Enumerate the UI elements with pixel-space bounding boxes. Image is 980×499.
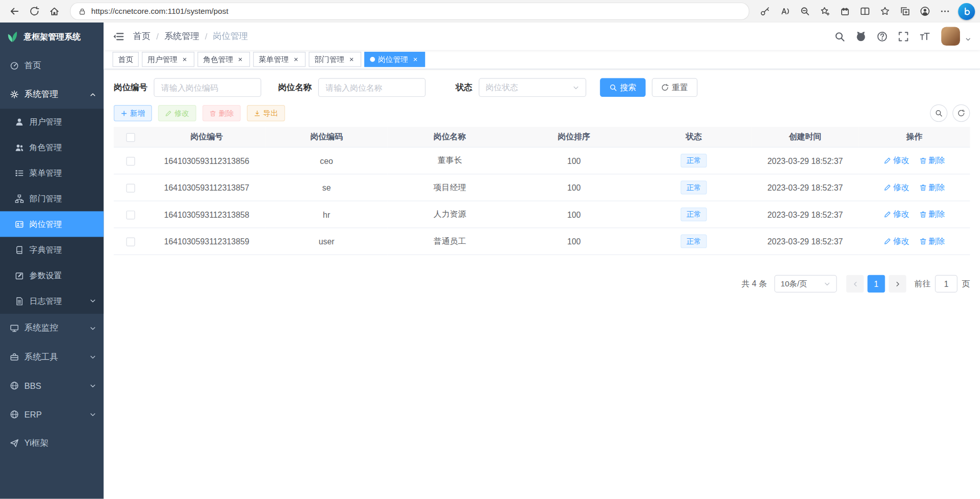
browser-menu-button[interactable] xyxy=(935,3,954,20)
tab-close-icon[interactable]: × xyxy=(236,55,244,64)
browser-toolbar: https://ccnetcore.com:1101/system/post xyxy=(0,0,980,23)
back-button[interactable] xyxy=(5,3,24,20)
collections-icon xyxy=(900,6,910,16)
row-delete-button[interactable]: 删除 xyxy=(919,182,945,193)
bing-copilot-button[interactable] xyxy=(958,3,975,19)
sidebar-item-label: 部门管理 xyxy=(29,193,61,204)
tab-users[interactable]: 用户管理 × xyxy=(142,52,194,67)
row-delete-button[interactable]: 删除 xyxy=(919,236,945,247)
row-checkbox[interactable] xyxy=(127,211,135,219)
status-badge: 正常 xyxy=(681,154,707,168)
tab-menus[interactable]: 菜单管理 × xyxy=(253,52,305,67)
export-button[interactable]: 导出 xyxy=(247,105,285,121)
help-button[interactable] xyxy=(874,28,890,45)
sidebar-item-monitor[interactable]: 系统监控 xyxy=(0,314,104,342)
sidebar-item-users[interactable]: 用户管理 xyxy=(0,109,104,134)
favorites-button[interactable] xyxy=(875,3,894,20)
refresh-table-button[interactable] xyxy=(952,105,970,122)
read-aloud-icon xyxy=(780,6,790,16)
home-button[interactable] xyxy=(45,3,64,20)
row-edit-button[interactable]: 修改 xyxy=(884,155,909,167)
post-name-input[interactable] xyxy=(318,78,426,97)
sidebar-item-departments[interactable]: 部门管理 xyxy=(0,185,104,211)
sidebar-item-system[interactable]: 系统管理 xyxy=(0,80,104,109)
user-avatar[interactable] xyxy=(941,27,960,46)
sidebar-item-menus[interactable]: 菜单管理 xyxy=(0,160,104,185)
breadcrumb-item[interactable]: 系统管理 xyxy=(164,31,199,42)
goto-page-input[interactable] xyxy=(935,275,957,293)
sidebar-item-bbs[interactable]: BBS xyxy=(0,371,104,400)
next-page-button[interactable] xyxy=(889,275,906,293)
main-area: 首页 / 系统管理 / 岗位管理 首页 xyxy=(104,23,980,499)
tab-close-icon[interactable]: × xyxy=(292,55,300,64)
status-badge: 正常 xyxy=(681,235,707,248)
row-checkbox[interactable] xyxy=(127,237,135,246)
tab-home[interactable]: 首页 xyxy=(113,52,139,67)
sidebar-item-home[interactable]: 首页 xyxy=(0,51,104,80)
password-button[interactable] xyxy=(756,3,775,20)
sidebar-item-framework[interactable]: Yi框架 xyxy=(0,429,104,458)
url-text: https://ccnetcore.com:1101/system/post xyxy=(91,7,228,15)
row-edit-button[interactable]: 修改 xyxy=(884,209,909,220)
read-aloud-button[interactable] xyxy=(776,3,795,20)
search-icon xyxy=(935,110,943,117)
tab-close-icon[interactable]: × xyxy=(411,55,420,64)
tab-posts-active[interactable]: 岗位管理 × xyxy=(364,52,425,67)
row-edit-button[interactable]: 修改 xyxy=(884,182,909,193)
column-header: 岗位编码 xyxy=(265,127,388,148)
sidebar-item-tools[interactable]: 系统工具 xyxy=(0,343,104,371)
row-delete-button[interactable]: 删除 xyxy=(919,209,945,220)
row-checkbox[interactable] xyxy=(127,183,135,192)
split-screen-button[interactable] xyxy=(856,3,874,20)
tab-label: 角色管理 xyxy=(203,54,234,65)
row-edit-button[interactable]: 修改 xyxy=(884,236,909,247)
collections-button[interactable] xyxy=(895,3,914,20)
address-bar[interactable]: https://ccnetcore.com:1101/system/post xyxy=(70,3,749,20)
row-checkbox[interactable] xyxy=(127,157,135,165)
tab-close-icon[interactable]: × xyxy=(181,55,189,64)
tab-label: 用户管理 xyxy=(148,54,178,65)
delete-button[interactable]: 删除 xyxy=(202,105,240,121)
prev-page-button[interactable] xyxy=(846,275,864,293)
github-button[interactable] xyxy=(852,28,869,45)
sidebar-item-logs[interactable]: 日志管理 xyxy=(0,288,104,314)
download-icon xyxy=(254,110,260,116)
select-all-checkbox[interactable] xyxy=(127,133,135,142)
tab-roles[interactable]: 角色管理 × xyxy=(198,52,250,67)
paper-plane-icon xyxy=(10,439,19,447)
status-select[interactable]: 岗位状态 xyxy=(479,78,587,97)
refresh-button[interactable] xyxy=(25,3,44,20)
site-info-icon[interactable] xyxy=(78,7,87,15)
tags-view: 首页 用户管理 × 角色管理 × 菜单管理 × 部门管理 × xyxy=(104,50,980,70)
reset-button[interactable]: 重置 xyxy=(652,78,697,97)
globe-icon xyxy=(10,381,19,390)
search-button[interactable]: 搜索 xyxy=(600,78,645,97)
sidebar-item-roles[interactable]: 角色管理 xyxy=(0,134,104,160)
toggle-search-button[interactable] xyxy=(930,105,947,122)
extensions-button[interactable] xyxy=(836,3,854,20)
post-code-input[interactable] xyxy=(154,78,261,97)
header-search-button[interactable] xyxy=(831,28,848,45)
sidebar-item-erp[interactable]: ERP xyxy=(0,400,104,429)
sidebar-item-posts[interactable]: 岗位管理 xyxy=(0,211,104,237)
edit-button[interactable]: 修改 xyxy=(158,105,196,121)
font-size-icon xyxy=(919,31,930,41)
sidebar-toggle-icon[interactable] xyxy=(113,30,124,42)
breadcrumb-item[interactable]: 首页 xyxy=(133,31,151,42)
tab-close-icon[interactable]: × xyxy=(347,55,356,64)
fullscreen-button[interactable] xyxy=(895,28,911,45)
refresh-icon xyxy=(661,84,669,91)
zoom-button[interactable] xyxy=(796,3,815,20)
add-favorite-button[interactable] xyxy=(816,3,835,20)
sidebar-item-parameters[interactable]: 参数设置 xyxy=(0,262,104,288)
page-size-select[interactable]: 10条/页 xyxy=(775,275,837,293)
row-delete-button[interactable]: 删除 xyxy=(919,155,945,167)
current-page-button[interactable]: 1 xyxy=(867,275,885,293)
avatar-caret-icon[interactable] xyxy=(965,36,971,43)
add-button[interactable]: 新增 xyxy=(114,105,152,121)
tab-departments[interactable]: 部门管理 × xyxy=(309,52,361,67)
trash-icon xyxy=(919,157,927,164)
sidebar-item-dictionary[interactable]: 字典管理 xyxy=(0,237,104,262)
font-size-button[interactable] xyxy=(916,28,933,45)
browser-profile-button[interactable] xyxy=(915,3,934,20)
